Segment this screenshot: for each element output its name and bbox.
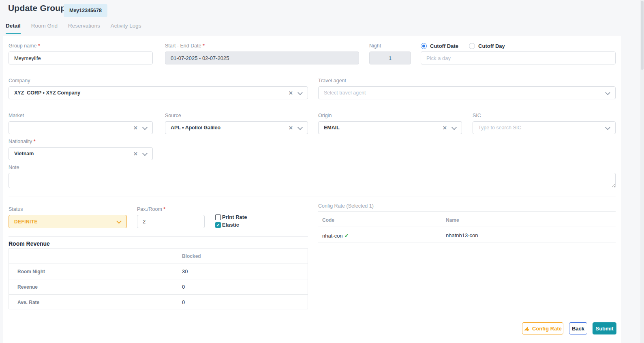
status-select[interactable]: DEFINITE — [9, 215, 127, 228]
tab-reservations[interactable]: Reservations — [68, 23, 100, 34]
config-rate-section-title: Config Rate (Selected 1) — [318, 203, 374, 209]
config-rate-name: nhatnh13-con — [446, 232, 478, 238]
room-revenue-row-revenue: Revenue 0 — [9, 279, 308, 294]
room-revenue-table: Blocked Room Night 30 Revenue 0 Ave. Rat… — [9, 248, 308, 309]
room-revenue-divider — [9, 236, 308, 237]
start-end-date-value: 01-07-2025 - 02-07-2025 — [171, 55, 229, 61]
company-chevron-down-icon[interactable] — [298, 91, 302, 95]
config-rate-code: nhat-con ✓ — [322, 232, 349, 239]
elastic-label[interactable]: Elastic — [222, 222, 239, 228]
company-select[interactable]: XYZ_CORP • XYZ Company ✕ — [9, 86, 308, 99]
room-revenue-col-blocked: Blocked — [182, 253, 201, 259]
company-label: Company — [9, 78, 30, 84]
scrollbar-thumb[interactable] — [641, 1, 644, 70]
room-night-label: Room Night — [9, 269, 182, 274]
market-select[interactable]: ✕ — [9, 121, 153, 134]
sic-placeholder: Type to search SIC — [478, 125, 521, 131]
travel-agent-chevron-down-icon[interactable] — [605, 91, 610, 95]
pax-room-label: Pax./Room — [137, 206, 165, 212]
note-label: Note — [9, 165, 19, 170]
nationality-value: Vietnam — [14, 151, 34, 156]
config-rate-button[interactable]: Config Rate — [522, 322, 563, 334]
cutoff-date-radio[interactable] — [421, 43, 427, 49]
ave-rate-value: 0 — [182, 299, 185, 305]
submit-button[interactable]: Submit — [593, 322, 616, 334]
origin-clear-icon[interactable]: ✕ — [443, 125, 447, 131]
status-label: Status — [9, 206, 23, 212]
night-label: Night — [369, 43, 381, 49]
config-rate-row[interactable]: nhat-con ✓ nhatnh13-con — [318, 229, 616, 242]
market-label: Market — [9, 113, 24, 118]
group-code-badge: Mey12345678 — [64, 4, 107, 17]
page-title: Update Group — [8, 3, 66, 13]
origin-value: EMAIL — [324, 125, 340, 131]
nationality-chevron-down-icon[interactable] — [143, 152, 147, 156]
travel-agent-label: Travel agent — [318, 78, 346, 84]
source-clear-icon[interactable]: ✕ — [289, 125, 293, 131]
section-divider — [9, 197, 616, 197]
rate-config-icon — [524, 326, 529, 331]
room-revenue-row-room-night: Room Night 30 — [9, 264, 308, 279]
tab-bar: Detail Room Grid Reservations Activity L… — [6, 23, 141, 34]
company-value: XYZ_CORP • XYZ Company — [14, 90, 80, 96]
status-chevron-down-icon[interactable] — [117, 219, 121, 224]
start-end-date-input: 01-07-2025 - 02-07-2025 — [165, 51, 359, 64]
company-clear-icon[interactable]: ✕ — [289, 90, 293, 96]
config-rate-col-name: Name — [446, 217, 459, 223]
nationality-select[interactable]: Vietnam ✕ — [9, 147, 153, 160]
market-chevron-down-icon[interactable] — [143, 126, 147, 130]
revenue-value: 0 — [182, 284, 185, 290]
nationality-clear-icon[interactable]: ✕ — [133, 151, 138, 157]
start-end-date-label: Start - End Date — [165, 43, 205, 49]
config-rate-divider-top — [318, 211, 616, 212]
tab-detail[interactable]: Detail — [6, 23, 21, 34]
submit-button-label: Submit — [595, 326, 613, 332]
source-chevron-down-icon[interactable] — [298, 126, 302, 130]
print-rate-checkbox-row: Print Rate — [215, 214, 247, 220]
origin-label: Origin — [318, 113, 332, 118]
sic-select[interactable]: Type to search SIC — [473, 121, 616, 134]
tab-room-grid[interactable]: Room Grid — [31, 23, 58, 34]
print-rate-label[interactable]: Print Rate — [222, 214, 247, 220]
config-rate-divider-bottom — [318, 242, 616, 242]
config-rate-divider-header — [318, 227, 616, 227]
source-select[interactable]: APL • Apollo/ Galileo ✕ — [165, 121, 308, 134]
elastic-checkbox-row: ✓ Elastic — [215, 222, 239, 228]
group-name-input[interactable] — [9, 51, 153, 64]
back-button-label: Back — [572, 326, 584, 332]
cutoff-day-label[interactable]: Cutoff Day — [478, 43, 505, 49]
night-value: 1 — [389, 55, 392, 61]
print-rate-checkbox[interactable] — [215, 214, 221, 220]
travel-agent-select[interactable]: Select travel agent — [318, 86, 616, 99]
group-name-label: Group name — [9, 43, 40, 49]
room-revenue-header-row: Blocked — [9, 249, 308, 264]
tab-activity-logs[interactable]: Activity Logs — [111, 23, 141, 34]
back-button[interactable]: Back — [569, 322, 587, 334]
room-revenue-row-ave-rate: Ave. Rate 0 — [9, 294, 308, 310]
travel-agent-placeholder: Select travel agent — [324, 90, 366, 96]
room-revenue-title: Room Revenue — [9, 240, 50, 247]
cutoff-day-picker[interactable] — [421, 51, 616, 64]
pax-room-input[interactable] — [137, 215, 205, 228]
sic-label: SIC — [473, 113, 481, 118]
ave-rate-label: Ave. Rate — [9, 300, 182, 305]
origin-chevron-down-icon[interactable] — [452, 126, 456, 130]
note-textarea[interactable] — [9, 173, 616, 188]
revenue-label: Revenue — [9, 284, 182, 290]
market-clear-icon[interactable]: ✕ — [133, 125, 138, 131]
status-value: DEFINITE — [14, 219, 38, 225]
cutoff-radio-group: Cutoff Date Cutoff Day — [421, 43, 505, 49]
selected-check-icon: ✓ — [344, 232, 349, 239]
night-input: 1 — [369, 51, 411, 64]
cutoff-date-label[interactable]: Cutoff Date — [430, 43, 458, 49]
elastic-checkbox[interactable]: ✓ — [215, 222, 221, 228]
vertical-scrollbar[interactable] — [640, 0, 644, 343]
room-night-value: 30 — [182, 268, 188, 274]
source-label: Source — [165, 113, 181, 118]
config-rate-col-code: Code — [322, 217, 334, 223]
source-value: APL • Apollo/ Galileo — [171, 125, 220, 131]
nationality-label: Nationality — [9, 139, 36, 144]
origin-select[interactable]: EMAIL ✕ — [318, 121, 462, 134]
sic-chevron-down-icon[interactable] — [605, 126, 610, 130]
cutoff-day-radio[interactable] — [469, 43, 475, 49]
